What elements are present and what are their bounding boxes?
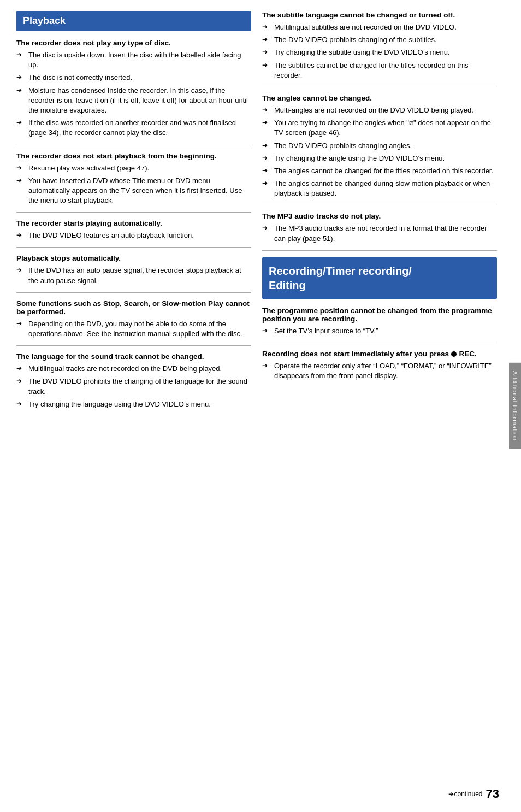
section-mp3: The MP3 audio tracks do not play. The MP… <box>262 212 497 243</box>
page-number-area: ➔continued 73 <box>448 787 499 801</box>
section-subtitle-language-list: Multilingual subtitles are not recorded … <box>262 22 497 80</box>
list-item: Try changing the angle using the DVD VID… <box>262 154 497 163</box>
list-item: The angles cannot be changed for the tit… <box>262 166 497 176</box>
section-functions-list: Depending on the DVD, you may not be abl… <box>16 319 251 339</box>
section-no-play: The recorder does not play any type of d… <box>16 39 251 138</box>
divider <box>16 292 251 293</box>
section-language-sound-list: Multilingual tracks are not recorded on … <box>16 364 251 409</box>
page: Playback The recorder does not play any … <box>0 0 521 812</box>
left-column: Playback The recorder does not play any … <box>16 11 251 801</box>
list-item: The MP3 audio tracks are not recorded in… <box>262 223 497 243</box>
divider <box>16 247 251 248</box>
playback-header: Playback <box>16 11 251 31</box>
divider <box>16 345 251 346</box>
section-language-sound: The language for the sound track cannot … <box>16 352 251 409</box>
divider <box>262 87 497 87</box>
list-item: Multilingual tracks are not recorded on … <box>16 364 251 374</box>
section-stops-auto-title: Playback stops automatically. <box>16 254 251 262</box>
list-item: Moisture has condensed inside the record… <box>16 86 251 116</box>
section-programme-position: The programme position cannot be changed… <box>262 307 497 336</box>
list-item: The DVD VIDEO prohibits the changing of … <box>16 376 251 396</box>
list-item: Set the TV’s input source to “TV.” <box>262 326 497 336</box>
list-item: Resume play was activated (page 47). <box>16 163 251 173</box>
section-mp3-title: The MP3 audio tracks do not play. <box>262 212 497 220</box>
section-functions: Some functions such as Stop, Search, or … <box>16 299 251 339</box>
section-programme-position-title: The programme position cannot be changed… <box>262 307 497 323</box>
section-auto-play: The recorder starts playing automaticall… <box>16 219 251 240</box>
section-no-play-list: The disc is upside down. Insert the disc… <box>16 50 251 138</box>
page-number: 73 <box>486 787 499 801</box>
section-language-sound-title: The language for the sound track cannot … <box>16 352 251 361</box>
section-angles: The angles cannot be changed. Multi-angl… <box>262 94 497 199</box>
section-recording-no-start: Recording does not start immediately aft… <box>262 350 497 381</box>
section-mp3-list: The MP3 audio tracks are not recorded in… <box>262 223 497 243</box>
list-item: You are trying to change the angles when… <box>262 118 497 138</box>
list-item: Try changing the subtitle using the DVD … <box>262 48 497 57</box>
section-angles-list: Multi-angles are not recorded on the DVD… <box>262 105 497 199</box>
list-item: Multilingual subtitles are not recorded … <box>262 22 497 32</box>
list-item: The angles cannot be changed during slow… <box>262 179 497 198</box>
list-item: Operate the recorder only after “LOAD,” … <box>262 361 497 381</box>
section-no-play-title: The recorder does not play any type of d… <box>16 39 251 47</box>
list-item: The disc is not correctly inserted. <box>16 73 251 83</box>
list-item: Depending on the DVD, you may not be abl… <box>16 319 251 339</box>
divider <box>262 343 497 343</box>
list-item: If the DVD has an auto pause signal, the… <box>16 266 251 285</box>
divider <box>262 205 497 205</box>
list-item: Multi-angles are not recorded on the DVD… <box>262 105 497 115</box>
section-recording-no-start-list: Operate the recorder only after “LOAD,” … <box>262 361 497 381</box>
divider <box>16 212 251 213</box>
rec-symbol-icon <box>451 351 457 357</box>
section-recording-no-start-title: Recording does not start immediately aft… <box>262 350 497 358</box>
section-no-start-beginning: The recorder does not start playback fro… <box>16 152 251 206</box>
list-item: The disc is upside down. Insert the disc… <box>16 50 251 70</box>
recording-header: Recording/Timer recording/ Editing <box>262 257 497 299</box>
list-item: If the disc was recorded on another reco… <box>16 118 251 138</box>
section-auto-play-title: The recorder starts playing automaticall… <box>16 219 251 227</box>
list-item: The subtitles cannot be changed for the … <box>262 61 497 80</box>
section-auto-play-list: The DVD VIDEO features an auto playback … <box>16 231 251 240</box>
section-functions-title: Some functions such as Stop, Search, or … <box>16 299 251 316</box>
list-item: The DVD VIDEO features an auto playback … <box>16 231 251 240</box>
section-subtitle-language-title: The subtitle language cannot be changed … <box>262 11 497 19</box>
list-item: The DVD VIDEO prohibits changing angles. <box>262 141 497 151</box>
main-content: Playback The recorder does not play any … <box>0 0 521 812</box>
section-no-start-beginning-list: Resume play was activated (page 47). You… <box>16 163 251 206</box>
divider <box>16 145 251 145</box>
section-subtitle-language: The subtitle language cannot be changed … <box>262 11 497 80</box>
section-angles-title: The angles cannot be changed. <box>262 94 497 102</box>
continued-label: ➔continued <box>448 790 482 798</box>
side-tab: Additional Information <box>509 363 521 449</box>
section-stops-auto: Playback stops automatically. If the DVD… <box>16 254 251 285</box>
list-item: Try changing the language using the DVD … <box>16 399 251 409</box>
section-programme-position-list: Set the TV’s input source to “TV.” <box>262 326 497 336</box>
section-stops-auto-list: If the DVD has an auto pause signal, the… <box>16 266 251 285</box>
list-item: The DVD VIDEO prohibits changing of the … <box>262 35 497 45</box>
section-no-start-beginning-title: The recorder does not start playback fro… <box>16 152 251 160</box>
right-column: The subtitle language cannot be changed … <box>262 11 497 801</box>
divider <box>262 250 497 251</box>
list-item: You have inserted a DVD whose Title menu… <box>16 176 251 206</box>
